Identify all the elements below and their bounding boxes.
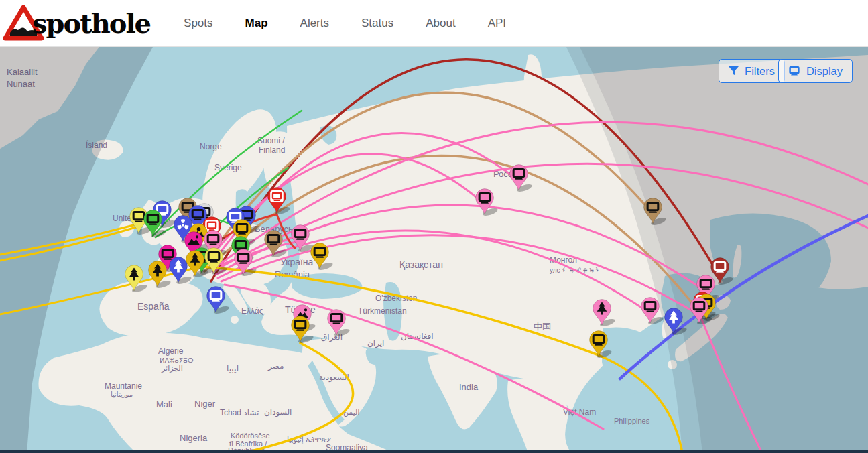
country-label: Norge	[200, 142, 222, 151]
app-title: spothole	[32, 7, 150, 39]
monitor-icon	[788, 66, 800, 76]
nav-api[interactable]: API	[488, 17, 506, 30]
map-container[interactable]: KalaallitNunaatÍslandNorgeSverigeSuomi /…	[0, 47, 868, 453]
display-button[interactable]: Display	[778, 59, 853, 83]
country-label: Algérie	[158, 346, 184, 356]
country-label: Ködörösêse	[231, 432, 270, 440]
country-label: مصر	[267, 361, 284, 371]
country-label: Türkmenistan	[358, 306, 407, 316]
filter-funnel-icon	[729, 66, 739, 76]
country-label: السودان	[264, 407, 292, 417]
country-label: الجزائر	[161, 364, 183, 373]
footer-bar	[0, 450, 868, 453]
country-label: ⵍⴷⵣⴰⵢⴻⵔ	[160, 357, 194, 364]
world-map[interactable]: KalaallitNunaatÍslandNorgeSverigeSuomi /…	[0, 47, 868, 453]
country-label: India	[459, 382, 479, 392]
country-label: Nigeria	[180, 433, 208, 443]
nav-map[interactable]: Map	[245, 17, 268, 30]
country-label: ليبيا	[227, 364, 239, 373]
country-label: Philippines	[614, 417, 650, 425]
display-button-label: Display	[806, 65, 843, 78]
filters-button-label: Filters	[745, 65, 775, 78]
country-label: Қазақстан	[399, 259, 443, 270]
app-logo[interactable]: spothole	[0, 4, 150, 43]
country-label: Niger	[194, 399, 216, 409]
country-label: España	[137, 301, 170, 312]
filters-button[interactable]: Filters	[719, 59, 785, 83]
nav-about[interactable]: About	[426, 17, 455, 30]
country-label: 中国	[534, 322, 551, 332]
country-label: Mali	[156, 399, 172, 409]
country-label: Tchad تشاد	[220, 408, 259, 417]
nav-spots[interactable]: Spots	[184, 17, 212, 30]
country-label: Finland	[259, 145, 285, 155]
monitor-plate-icon	[270, 190, 284, 202]
nav-status[interactable]: Status	[361, 17, 393, 30]
top-navbar: spothole Spots Map Alerts Status About A…	[0, 0, 868, 47]
country-label: ایران	[367, 338, 384, 348]
country-label: موريتانيا	[111, 391, 133, 398]
country-label: Ελλάς	[241, 306, 263, 316]
main-nav: Spots Map Alerts Status About API	[184, 17, 506, 30]
country-label: Mauritanie	[105, 381, 142, 391]
nav-alerts[interactable]: Alerts	[300, 17, 329, 30]
